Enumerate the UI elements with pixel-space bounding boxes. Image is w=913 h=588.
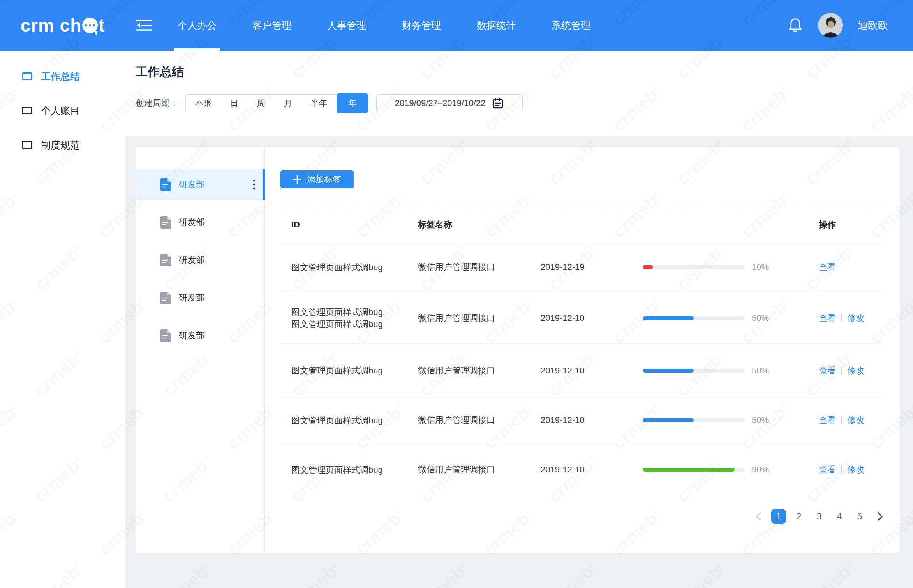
top-header: crm cht 个人办公客户管理人事管理财务管理数据统计系统管理: [0, 0, 913, 51]
op-link-修改[interactable]: 修改: [847, 365, 864, 377]
add-tag-button[interactable]: 添加标签: [280, 170, 354, 188]
cell-percent: 50%: [752, 415, 787, 425]
op-link-修改[interactable]: 修改: [847, 414, 864, 426]
document-icon: [160, 178, 172, 191]
sidebar-item-工作总结[interactable]: 工作总结: [0, 59, 125, 93]
op-link-查看[interactable]: 查看: [819, 464, 836, 475]
document-icon: [160, 291, 172, 305]
progress-bar: [643, 418, 745, 422]
cell-id-line: 图文管理页面样式调bug: [291, 414, 418, 426]
user-name[interactable]: 迪欧欧: [858, 19, 888, 32]
table-area: 添加标签 ID 标签名称 操作 图文管理页面样式调bug微信用户管理调接口201…: [265, 147, 900, 553]
page-number-1[interactable]: 1: [771, 509, 786, 524]
period-option-周[interactable]: 周: [248, 95, 275, 112]
summary-table: ID 标签名称 操作 图文管理页面样式调bug微信用户管理调接口2019-12-…: [280, 206, 884, 495]
prev-page-button[interactable]: [754, 509, 766, 524]
nav-item-客户管理[interactable]: 客户管理: [252, 0, 291, 51]
sidebar-item-label: 个人账目: [41, 104, 80, 117]
document-icon: [160, 216, 172, 229]
nav-item-财务管理[interactable]: 财务管理: [402, 0, 441, 51]
sidebar: 工作总结个人账目制度规范: [0, 51, 125, 588]
nav-item-数据统计[interactable]: 数据统计: [477, 0, 516, 51]
progress-track: [643, 265, 745, 269]
more-options-icon[interactable]: [253, 180, 255, 190]
department-item[interactable]: 研发部: [136, 320, 264, 351]
department-item[interactable]: 研发部: [136, 169, 264, 200]
sidebar-item-制度规范[interactable]: 制度规范: [0, 128, 125, 162]
period-segmented-control: 不限日周月半年年: [185, 94, 368, 112]
cell-percent: 90%: [752, 465, 787, 475]
progress-track: [643, 369, 745, 373]
op-link-查看[interactable]: 查看: [819, 312, 836, 324]
progress-bar: [643, 468, 745, 472]
collapse-menu-icon[interactable]: [135, 17, 153, 34]
department-item[interactable]: 研发部: [136, 283, 264, 313]
cell-operations: 查看: [819, 261, 873, 273]
progress-track: [643, 418, 745, 422]
watermark: crmeb®: [801, 558, 858, 588]
cell-date: 2019-12-10: [541, 415, 643, 425]
main-nav: 个人办公客户管理人事管理财务管理数据统计系统管理: [178, 0, 590, 51]
op-link-查看[interactable]: 查看: [819, 414, 836, 426]
date-range-value: 2019/09/27–2019/10/22: [395, 98, 485, 108]
avatar-photo: [818, 13, 843, 38]
nav-item-人事管理[interactable]: 人事管理: [327, 0, 366, 51]
page-number-3[interactable]: 3: [812, 509, 827, 524]
op-link-修改[interactable]: 修改: [847, 464, 864, 475]
chat-bubble-icon: [82, 18, 98, 33]
col-header-name: 标签名称: [418, 219, 541, 231]
cell-operations: 查看修改: [819, 365, 873, 377]
watermark: crmeb®: [158, 558, 216, 588]
next-page-button[interactable]: [872, 509, 884, 524]
progress-bar: [643, 265, 745, 269]
period-option-半年[interactable]: 半年: [301, 95, 337, 112]
app-screen: crm cht 个人办公客户管理人事管理财务管理数据统计系统管理: [0, 0, 913, 588]
cell-tag-name: 微信用户管理调接口: [418, 464, 541, 475]
period-option-年[interactable]: 年: [337, 93, 368, 113]
cell-id: 图文管理页面样式调bug: [291, 464, 418, 476]
page-number-4[interactable]: 4: [832, 509, 847, 524]
sidebar-item-label: 工作总结: [41, 70, 80, 83]
period-option-不限[interactable]: 不限: [186, 95, 221, 112]
logo-left: crm ch: [20, 15, 81, 36]
op-link-修改[interactable]: 修改: [847, 312, 864, 324]
nav-item-系统管理[interactable]: 系统管理: [552, 0, 590, 51]
notification-bell-icon[interactable]: [788, 17, 803, 34]
nav-item-个人办公[interactable]: 个人办公: [178, 0, 217, 51]
ops-divider: [841, 367, 842, 375]
progress-track: [643, 468, 745, 472]
progress-fill: [643, 418, 694, 422]
op-link-查看[interactable]: 查看: [819, 261, 836, 273]
user-avatar[interactable]: [818, 13, 843, 38]
department-item[interactable]: 研发部: [136, 207, 264, 238]
cell-tag-name: 微信用户管理调接口: [418, 414, 541, 426]
cell-date: 2019-12-10: [541, 465, 643, 475]
period-option-日[interactable]: 日: [221, 95, 248, 112]
col-header-ops: 操作: [819, 219, 873, 231]
cell-percent: 50%: [752, 313, 787, 323]
document-icon: [160, 329, 172, 342]
department-item[interactable]: 研发部: [136, 245, 264, 275]
table-row: 图文管理页面样式调bug微信用户管理调接口2019-12-1050%查看修改: [280, 396, 884, 444]
cell-tag-name: 微信用户管理调接口: [418, 261, 541, 273]
progress-fill: [643, 316, 694, 320]
cell-date: 2019-12-10: [541, 366, 643, 376]
period-option-月[interactable]: 月: [275, 95, 301, 112]
cell-id: 图文管理页面样式调bug: [291, 364, 418, 377]
page-number-2[interactable]: 2: [791, 509, 806, 524]
header-right: 迪欧欧: [788, 13, 913, 38]
document-icon: [160, 254, 172, 267]
sidebar-item-个人账目[interactable]: 个人账目: [0, 93, 125, 128]
table-row: 图文管理页面样式调bug微信用户管理调接口2019-12-1910%查看: [280, 243, 884, 291]
cell-id: 图文管理页面样式调bug,图文管理页面样式调bug: [291, 306, 418, 330]
filter-label: 创建周期：: [136, 97, 178, 109]
cell-id-line: 图文管理页面样式调bug: [291, 318, 418, 330]
cell-id: 图文管理页面样式调bug: [291, 414, 418, 426]
op-link-查看[interactable]: 查看: [819, 365, 836, 377]
table-body: 图文管理页面样式调bug微信用户管理调接口2019-12-1910%查看图文管理…: [280, 243, 884, 495]
page-number-5[interactable]: 5: [852, 509, 867, 524]
date-range-picker[interactable]: 2019/09/27–2019/10/22: [376, 94, 523, 112]
col-header-id: ID: [291, 218, 418, 231]
content-card: 研发部研发部研发部研发部研发部 添加标签 ID 标签名称 操作 图文管理页面样式…: [136, 147, 900, 553]
sidebar-item-label: 制度规范: [41, 139, 80, 151]
